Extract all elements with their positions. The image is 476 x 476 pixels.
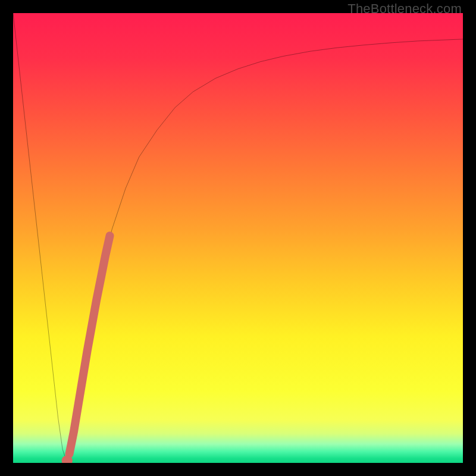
chart-frame: TheBottleneck.com	[0, 0, 476, 476]
curve-layer	[13, 13, 463, 463]
plot-area	[13, 13, 463, 463]
highlight-segment	[70, 236, 110, 454]
